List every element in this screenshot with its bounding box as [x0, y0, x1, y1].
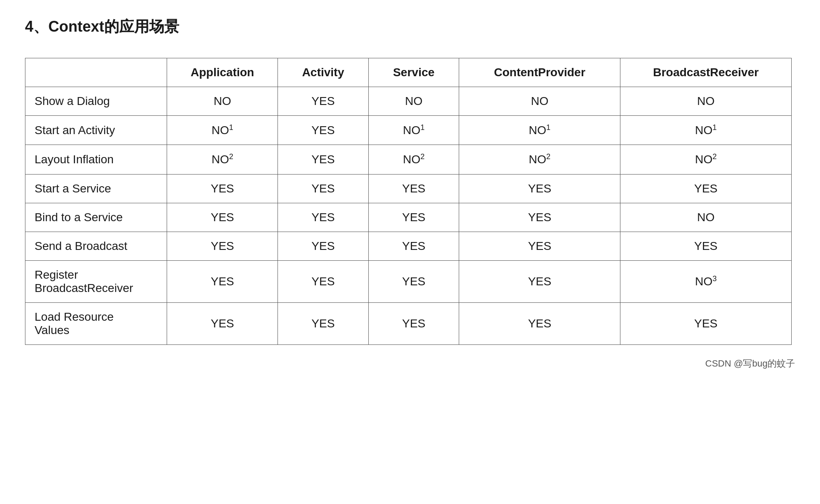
cell-broadcastreceiver: YES — [620, 174, 792, 203]
col-header-service: Service — [368, 58, 459, 87]
cell-label: Bind to a Service — [25, 203, 167, 232]
cell-broadcastreceiver: NO — [620, 87, 792, 116]
table-row: Send a BroadcastYESYESYESYESYES — [25, 232, 792, 260]
table-row: Start an ActivityNO1YESNO1NO1NO1 — [25, 116, 792, 145]
col-header-activity: Activity — [278, 58, 369, 87]
context-usage-table: Application Activity Service ContentProv… — [25, 58, 792, 345]
cell-service: YES — [368, 203, 459, 232]
cell-activity: YES — [278, 203, 369, 232]
table-row: RegisterBroadcastReceiverYESYESYESYESNO3 — [25, 260, 792, 302]
cell-service: NO2 — [368, 145, 459, 174]
cell-broadcastreceiver: NO1 — [620, 116, 792, 145]
cell-application: NO2 — [167, 145, 278, 174]
cell-application: YES — [167, 232, 278, 260]
cell-application: YES — [167, 203, 278, 232]
table-row: Load ResourceValuesYESYESYESYESYES — [25, 302, 792, 344]
cell-service: YES — [368, 260, 459, 302]
cell-activity: YES — [278, 87, 369, 116]
cell-activity: YES — [278, 174, 369, 203]
cell-label: Show a Dialog — [25, 87, 167, 116]
cell-contentprovider: NO2 — [459, 145, 620, 174]
cell-application: YES — [167, 302, 278, 344]
cell-application: YES — [167, 174, 278, 203]
cell-activity: YES — [278, 302, 369, 344]
cell-broadcastreceiver: YES — [620, 232, 792, 260]
cell-label: RegisterBroadcastReceiver — [25, 260, 167, 302]
table-row: Show a DialogNOYESNONONO — [25, 87, 792, 116]
cell-broadcastreceiver: YES — [620, 302, 792, 344]
cell-label: Send a Broadcast — [25, 232, 167, 260]
cell-activity: YES — [278, 116, 369, 145]
cell-contentprovider: YES — [459, 302, 620, 344]
cell-contentprovider: YES — [459, 232, 620, 260]
table-row: Start a ServiceYESYESYESYESYES — [25, 174, 792, 203]
cell-service: YES — [368, 232, 459, 260]
cell-contentprovider: YES — [459, 174, 620, 203]
cell-application: YES — [167, 260, 278, 302]
col-header-feature — [25, 58, 167, 87]
cell-contentprovider: YES — [459, 260, 620, 302]
cell-contentprovider: NO — [459, 87, 620, 116]
col-header-contentprovider: ContentProvider — [459, 58, 620, 87]
table-header-row: Application Activity Service ContentProv… — [25, 58, 792, 87]
table-row: Layout InflationNO2YESNO2NO2NO2 — [25, 145, 792, 174]
cell-service: NO — [368, 87, 459, 116]
cell-label: Layout Inflation — [25, 145, 167, 174]
cell-broadcastreceiver: NO3 — [620, 260, 792, 302]
cell-broadcastreceiver: NO — [620, 203, 792, 232]
cell-activity: YES — [278, 260, 369, 302]
cell-label: Start a Service — [25, 174, 167, 203]
cell-label: Load ResourceValues — [25, 302, 167, 344]
table-row: Bind to a ServiceYESYESYESYESNO — [25, 203, 792, 232]
cell-service: YES — [368, 174, 459, 203]
cell-application: NO — [167, 87, 278, 116]
cell-service: YES — [368, 302, 459, 344]
col-header-application: Application — [167, 58, 278, 87]
cell-contentprovider: NO1 — [459, 116, 620, 145]
footer-credit: CSDN @写bug的蚊子 — [25, 357, 795, 370]
page-title: 4、Context的应用场景 — [25, 17, 795, 37]
col-header-broadcastreceiver: BroadcastReceiver — [620, 58, 792, 87]
cell-service: NO1 — [368, 116, 459, 145]
cell-activity: YES — [278, 232, 369, 260]
cell-contentprovider: YES — [459, 203, 620, 232]
cell-label: Start an Activity — [25, 116, 167, 145]
cell-activity: YES — [278, 145, 369, 174]
cell-application: NO1 — [167, 116, 278, 145]
context-usage-table-wrapper: Application Activity Service ContentProv… — [25, 58, 795, 345]
cell-broadcastreceiver: NO2 — [620, 145, 792, 174]
